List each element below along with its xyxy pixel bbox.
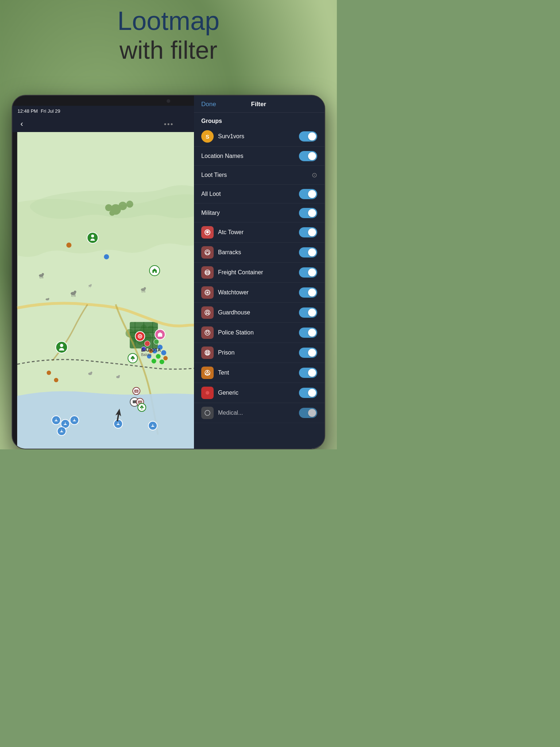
- filter-row-atc[interactable]: Atc Tower: [194, 222, 324, 243]
- generic-toggle[interactable]: [299, 388, 317, 398]
- map-marker-survivor[interactable]: [87, 232, 98, 244]
- prison-label: Prison: [218, 349, 299, 356]
- map-marker-grain-2[interactable]: [137, 403, 146, 412]
- all-loot-toggle[interactable]: [299, 189, 317, 199]
- watchtower-toggle[interactable]: [299, 287, 317, 298]
- filter-row-generic[interactable]: Generic: [194, 383, 324, 403]
- svg-rect-97: [207, 352, 208, 354]
- filter-row-prison[interactable]: Prison: [194, 343, 324, 363]
- survivors-toggle[interactable]: [299, 131, 317, 142]
- map-dot-blue-top[interactable]: [104, 254, 109, 259]
- generic-icon: [201, 387, 214, 399]
- map-marker-boat-3[interactable]: [70, 415, 79, 425]
- freight-label: Freight Container: [218, 269, 299, 276]
- prison-toggle[interactable]: [299, 348, 317, 358]
- svg-point-77: [142, 407, 144, 408]
- map-marker-orange-4[interactable]: [54, 378, 58, 382]
- tent-toggle[interactable]: [299, 368, 317, 378]
- svg-line-43: [145, 291, 145, 293]
- medical-icon: [201, 407, 214, 419]
- status-date: Fri Jul 29: [41, 108, 60, 114]
- svg-rect-73: [117, 414, 119, 421]
- map-marker-green-3[interactable]: [160, 360, 164, 364]
- filter-row-watchtower[interactable]: Watchtower: [194, 283, 324, 303]
- filter-row-freight[interactable]: Freight Container: [194, 263, 324, 283]
- survivor-icon: S: [201, 130, 214, 143]
- filter-row-all-loot[interactable]: All Loot: [194, 185, 324, 204]
- filter-row-medical[interactable]: Medical...: [194, 403, 324, 423]
- map-marker-orange-3[interactable]: [47, 371, 51, 375]
- svg-point-90: [205, 310, 210, 315]
- atc-toggle[interactable]: [299, 227, 317, 237]
- svg-point-89: [207, 292, 209, 294]
- map-marker-boat-6[interactable]: [148, 421, 158, 430]
- chevron-down-icon: ⊙: [312, 171, 317, 179]
- svg-point-49: [118, 375, 120, 377]
- done-button[interactable]: Done: [201, 101, 216, 108]
- map-marker-red-1[interactable]: [135, 331, 145, 341]
- svg-point-6: [109, 210, 115, 216]
- back-button[interactable]: ‹: [18, 118, 26, 130]
- map-marker-survivor-2[interactable]: [55, 341, 68, 353]
- svg-point-102: [205, 410, 210, 415]
- svg-point-74: [60, 344, 63, 347]
- svg-point-47: [90, 372, 92, 374]
- svg-point-91: [206, 311, 209, 313]
- filter-row-survivors[interactable]: S Surv1vors: [194, 127, 324, 147]
- police-icon: [201, 326, 214, 339]
- map-marker-boat-4[interactable]: [57, 426, 66, 436]
- map-marker-blue-3[interactable]: [161, 350, 166, 355]
- svg-point-92: [205, 330, 210, 335]
- filter-row-military[interactable]: Military: [194, 204, 324, 222]
- promo-title: Lootmap: [0, 7, 337, 35]
- barracks-icon: [201, 246, 214, 259]
- tent-label: Tent: [218, 369, 299, 376]
- filter-row-location-names[interactable]: Location Names: [194, 147, 324, 166]
- police-toggle[interactable]: [299, 328, 317, 338]
- svg-line-27: [43, 277, 43, 279]
- military-toggle[interactable]: [299, 208, 317, 218]
- svg-point-76: [140, 407, 141, 408]
- svg-line-33: [75, 295, 75, 297]
- guardhouse-icon: [201, 306, 214, 319]
- svg-point-35: [90, 284, 92, 286]
- location-label-balota: БАЛОТА Balota: [141, 347, 161, 357]
- barracks-toggle[interactable]: [299, 247, 317, 258]
- svg-point-52: [131, 357, 133, 359]
- map-marker-freight-1[interactable]: [132, 387, 140, 395]
- all-loot-label: All Loot: [201, 191, 299, 197]
- filter-title: Filter: [251, 101, 267, 108]
- medical-label: Medical...: [218, 410, 299, 416]
- svg-line-24: [40, 277, 40, 279]
- map-dot-green[interactable]: [154, 339, 159, 345]
- map-marker-grain[interactable]: [128, 353, 138, 363]
- svg-line-32: [74, 295, 74, 297]
- svg-line-31: [73, 295, 73, 297]
- location-names-label: Location Names: [201, 153, 299, 159]
- filter-row-guardhouse[interactable]: Guardhouse: [194, 303, 324, 323]
- map-marker-orange-2[interactable]: [163, 356, 168, 360]
- medical-toggle[interactable]: [299, 408, 317, 418]
- guardhouse-toggle[interactable]: [299, 307, 317, 318]
- svg-point-50: [91, 235, 94, 237]
- map-dot-red[interactable]: [144, 341, 150, 347]
- map-marker-boat-1[interactable]: [51, 415, 61, 425]
- map-marker-green-2[interactable]: [152, 359, 156, 364]
- filter-row-barracks[interactable]: Barracks: [194, 243, 324, 263]
- filter-row-tent[interactable]: Tent: [194, 363, 324, 383]
- loot-tiers-label: Loot Tiers: [201, 172, 312, 178]
- prison-icon: [201, 347, 214, 359]
- filter-row-police[interactable]: Police Station: [194, 323, 324, 343]
- svg-line-26: [42, 277, 42, 279]
- freight-toggle[interactable]: [299, 267, 317, 278]
- map-marker-military[interactable]: [155, 329, 166, 340]
- map-marker-house[interactable]: [149, 265, 160, 276]
- map-dot-orange-top[interactable]: [66, 243, 71, 248]
- filter-row-loot-tiers[interactable]: Loot Tiers ⊙: [194, 166, 324, 185]
- nav-dots: [164, 123, 173, 125]
- location-names-toggle[interactable]: [299, 151, 317, 161]
- svg-line-41: [143, 291, 143, 293]
- svg-point-39: [144, 287, 146, 289]
- promo-text: Lootmap with filter: [0, 7, 337, 65]
- svg-rect-94: [206, 351, 209, 355]
